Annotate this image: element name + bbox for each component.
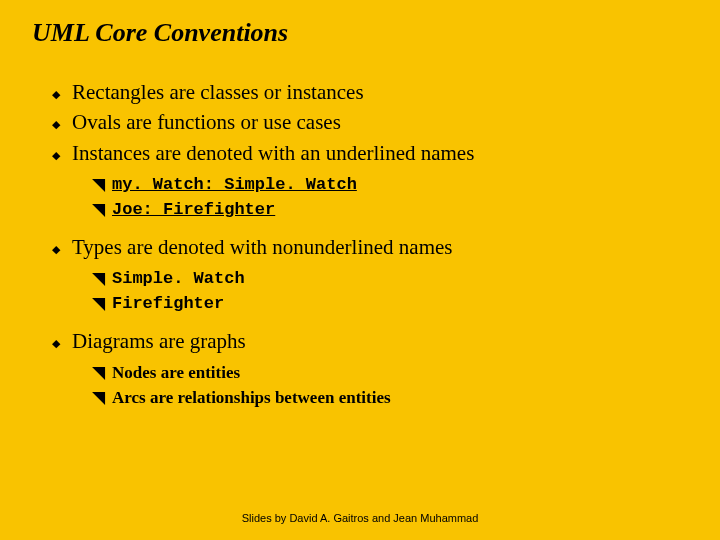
bullet-item: ◆ Ovals are functions or use cases bbox=[52, 108, 680, 136]
bullet-item: ◆ Types are denoted with nonunderlined n… bbox=[52, 233, 680, 261]
sub-bullet-icon: ◥ bbox=[92, 198, 105, 222]
bullet-text: Instances are denoted with an underlined… bbox=[72, 139, 474, 167]
sub-bullet-icon: ◥ bbox=[92, 267, 105, 291]
sub-bullet-text: Joe: Firefighter bbox=[112, 198, 275, 222]
bullet-text: Rectangles are classes or instances bbox=[72, 78, 364, 106]
sub-bullet-item: ◥ Firefighter bbox=[92, 292, 680, 316]
bullet-text: Types are denoted with nonunderlined nam… bbox=[72, 233, 453, 261]
sub-bullet-text: Simple. Watch bbox=[112, 267, 245, 291]
sub-bullet-item: ◥ Joe: Firefighter bbox=[92, 198, 680, 222]
diamond-icon: ◆ bbox=[52, 336, 60, 351]
footer-credit: Slides by David A. Gaitros and Jean Muha… bbox=[0, 512, 720, 524]
sub-bullet-text: Nodes are entities bbox=[112, 361, 240, 385]
sub-list: ◥ my. Watch: Simple. Watch ◥ Joe: Firefi… bbox=[52, 169, 680, 233]
sub-bullet-item: ◥ my. Watch: Simple. Watch bbox=[92, 173, 680, 197]
bullet-text: Diagrams are graphs bbox=[72, 327, 246, 355]
sub-bullet-text: Arcs are relationships between entities bbox=[112, 386, 391, 410]
slide-title: UML Core Conventions bbox=[0, 0, 720, 56]
sub-bullet-icon: ◥ bbox=[92, 361, 105, 385]
diamond-icon: ◆ bbox=[52, 117, 60, 132]
sub-bullet-icon: ◥ bbox=[92, 173, 105, 197]
bullet-item: ◆ Instances are denoted with an underlin… bbox=[52, 139, 680, 167]
diamond-icon: ◆ bbox=[52, 242, 60, 257]
sub-bullet-item: ◥ Arcs are relationships between entitie… bbox=[92, 386, 680, 410]
bullet-item: ◆ Rectangles are classes or instances bbox=[52, 78, 680, 106]
sub-bullet-text: Firefighter bbox=[112, 292, 224, 316]
slide-content: ◆ Rectangles are classes or instances ◆ … bbox=[0, 56, 720, 421]
bullet-item: ◆ Diagrams are graphs bbox=[52, 327, 680, 355]
diamond-icon: ◆ bbox=[52, 148, 60, 163]
sub-bullet-icon: ◥ bbox=[92, 386, 105, 410]
sub-list: ◥ Simple. Watch ◥ Firefighter bbox=[52, 263, 680, 327]
sub-bullet-item: ◥ Nodes are entities bbox=[92, 361, 680, 385]
sub-list: ◥ Nodes are entities ◥ Arcs are relation… bbox=[52, 357, 680, 421]
diamond-icon: ◆ bbox=[52, 87, 60, 102]
bullet-text: Ovals are functions or use cases bbox=[72, 108, 341, 136]
sub-bullet-item: ◥ Simple. Watch bbox=[92, 267, 680, 291]
sub-bullet-icon: ◥ bbox=[92, 292, 105, 316]
sub-bullet-text: my. Watch: Simple. Watch bbox=[112, 173, 357, 197]
